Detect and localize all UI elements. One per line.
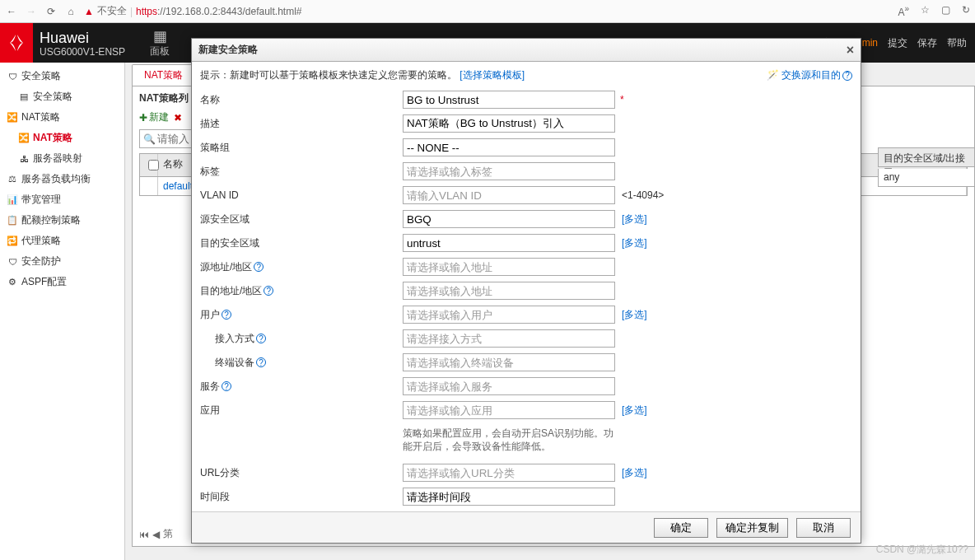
url-cat-multi[interactable]: [多选] xyxy=(622,466,647,480)
app-input[interactable] xyxy=(403,401,615,419)
help-icon[interactable]: ? xyxy=(256,357,266,367)
choose-template-link[interactable]: [选择策略模板] xyxy=(460,69,525,81)
label-dst-addr: 目的地址/地区? xyxy=(200,284,403,298)
src-zone-select[interactable]: BGQ xyxy=(403,210,615,228)
desc-input[interactable] xyxy=(403,114,615,133)
label-terminal: 终端设备? xyxy=(200,356,403,370)
label-name: 名称 xyxy=(200,93,403,107)
src-addr-input[interactable] xyxy=(403,258,615,276)
label-service: 服务? xyxy=(200,380,403,394)
help-icon[interactable]: ? xyxy=(264,286,273,296)
label-dst-zone: 目的安全区域 xyxy=(200,236,403,250)
src-zone-multi[interactable]: [多选] xyxy=(622,212,647,226)
terminal-input[interactable] xyxy=(403,353,615,371)
vlan-range: <1-4094> xyxy=(622,189,664,201)
new-security-policy-dialog: 新建安全策略 × 交换源和目的? 提示：新建时可以基于策略模板来快速定义您需要的… xyxy=(191,38,861,544)
app-multi[interactable]: [多选] xyxy=(622,404,647,418)
label-vlan: VLAN ID xyxy=(200,189,403,201)
close-icon[interactable]: × xyxy=(847,43,854,58)
time-select[interactable]: 请选择时间段 xyxy=(403,488,615,506)
dst-zone-select[interactable]: untrust xyxy=(403,234,615,252)
dst-addr-input[interactable] xyxy=(403,282,615,300)
access-input[interactable] xyxy=(403,329,615,348)
label-src-addr: 源地址/地区? xyxy=(200,260,403,274)
swap-src-dst-link[interactable]: 交换源和目的? xyxy=(767,68,852,82)
help-icon[interactable]: ? xyxy=(842,71,852,81)
label-access: 接入方式? xyxy=(200,332,403,346)
dialog-footer: 确定 确定并复制 取消 xyxy=(192,511,861,543)
label-app: 应用 xyxy=(200,404,403,418)
service-input[interactable] xyxy=(403,377,615,395)
label-user: 用户? xyxy=(200,308,403,322)
required-mark: * xyxy=(620,94,624,105)
dialog-body: 名称* 描述 策略组-- NONE -- 标签 VLAN ID<1-4094> … xyxy=(192,89,861,511)
ok-button[interactable]: 确定 xyxy=(654,518,708,538)
vlan-input[interactable] xyxy=(403,186,615,204)
dialog-hint: 提示：新建时可以基于策略模板来快速定义您需要的策略。 xyxy=(200,69,457,81)
help-icon[interactable]: ? xyxy=(256,334,266,343)
cancel-button[interactable]: 取消 xyxy=(796,518,851,538)
label-url-cat: URL分类 xyxy=(200,466,403,480)
label-desc: 描述 xyxy=(200,117,403,131)
app-note: 策略如果配置应用，会自动开启SA识别功能。功能开启后，会导致设备性能降低。 xyxy=(403,423,615,460)
help-icon[interactable]: ? xyxy=(222,381,231,391)
tag-input[interactable] xyxy=(403,162,615,180)
dialog-title: 新建安全策略 xyxy=(198,43,258,57)
dialog-mask: 新建安全策略 × 交换源和目的? 提示：新建时可以基于策略模板来快速定义您需要的… xyxy=(0,0,975,560)
label-tag: 标签 xyxy=(200,165,403,179)
url-cat-input[interactable] xyxy=(403,464,615,482)
watermark: CSDN @潞先森10?? xyxy=(876,543,968,557)
label-src-zone: 源安全区域 xyxy=(200,212,403,226)
user-input[interactable] xyxy=(403,306,615,324)
help-icon[interactable]: ? xyxy=(254,262,264,272)
label-group: 策略组 xyxy=(200,141,403,155)
dialog-titlebar[interactable]: 新建安全策略 × xyxy=(192,39,861,62)
help-icon[interactable]: ? xyxy=(222,310,231,320)
group-select[interactable]: -- NONE -- xyxy=(403,138,615,156)
label-time: 时间段 xyxy=(200,490,403,504)
ok-copy-button[interactable]: 确定并复制 xyxy=(716,518,788,538)
name-input[interactable] xyxy=(403,91,615,109)
dst-zone-multi[interactable]: [多选] xyxy=(622,236,647,250)
user-multi[interactable]: [多选] xyxy=(622,308,647,322)
